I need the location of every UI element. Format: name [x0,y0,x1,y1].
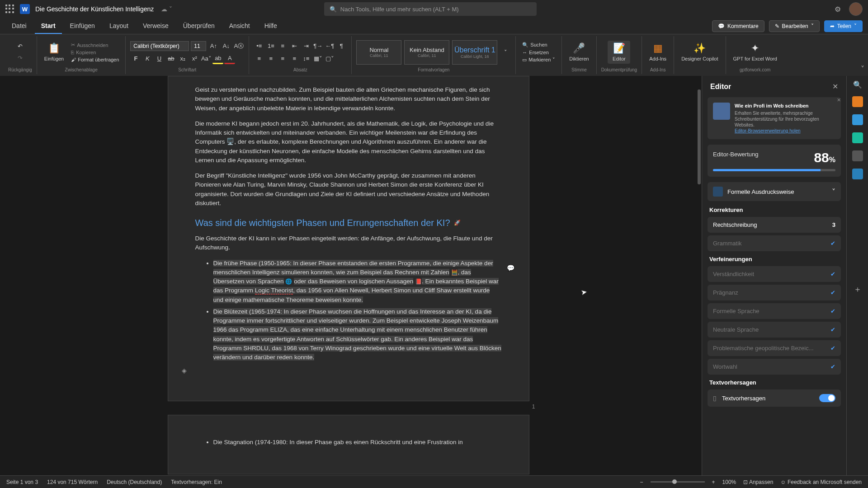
italic-button[interactable]: K [142,53,153,64]
cut-button[interactable]: ✂ Ausschneiden [69,42,110,48]
heading-phases[interactable]: Was sind die wichtigsten Phasen und Erru… [195,216,502,230]
copy-button[interactable]: ⎘ Kopieren [69,49,98,56]
edit-mode-button[interactable]: ✎ Bearbeiten ˅ [769,20,820,32]
replace-button[interactable]: ↔ Ersetzen [520,49,550,56]
align-center-button[interactable]: ≡ [265,53,276,64]
comment-indicator-icon[interactable]: 💬 [507,263,514,273]
align-right-button[interactable]: ≡ [277,53,288,64]
list-item[interactable]: Die Blütezeit (1965-1974: In dieser Phas… [213,307,502,362]
dismiss-promo-button[interactable]: ✕ [837,97,841,103]
designer-button[interactable]: ✨ Designer Copilot [679,41,721,63]
styles-more-button[interactable]: ˅ [500,47,511,58]
underline-button[interactable]: U [154,53,165,64]
select-button[interactable]: ▭ Markieren ˅ [520,56,557,63]
refinement-neutral[interactable]: Neutrale Sprache✔ [708,322,841,338]
bold-button[interactable]: F [130,53,141,64]
zoom-value[interactable]: 100% [722,479,736,485]
tab-einfuegen[interactable]: Einfügen [64,19,101,34]
justify-button[interactable]: ≡ [289,53,300,64]
settings-icon[interactable]: ⚙ [835,5,841,14]
format-painter-button[interactable]: 🖌 Format übertragen [69,56,121,63]
subscript-button[interactable]: x₂ [177,53,188,64]
numbering-button[interactable]: 1≡ [265,41,276,52]
scrollbar-thumb[interactable] [698,89,701,184]
body-text[interactable]: Die moderne KI begann jedoch erst im 20.… [195,119,502,165]
close-icon[interactable]: ✕ [832,82,838,91]
app-launcher[interactable] [5,5,14,14]
search-input[interactable]: 🔍 Nach Tools, Hilfe und mehr suchen (ALT… [324,2,537,16]
fit-button[interactable]: ⊡ Anpassen [743,479,773,485]
rail-app-1[interactable] [852,96,863,107]
find-button[interactable]: 🔍 Suchen [520,42,549,48]
tab-ansicht[interactable]: Ansicht [223,19,256,34]
profile-avatar[interactable] [849,2,863,16]
bullets-button[interactable]: •≡ [254,41,264,52]
line-spacing-button[interactable]: ↕≡ [301,53,311,64]
document-title[interactable]: Die Geschichte der Künstlichen Intellige… [35,5,154,13]
tab-verweise[interactable]: Verweise [137,19,175,34]
editor-button[interactable]: 📝 Editor [608,41,630,63]
rail-app-3[interactable] [852,132,863,143]
rail-app-5[interactable] [852,169,863,179]
writing-style-select[interactable]: Formelle Ausdrucksweise ˅ [708,182,841,201]
tab-ueberpruefen[interactable]: Überprüfen [177,19,221,34]
vertical-scrollbar[interactable] [697,76,702,475]
page-2[interactable]: Die Stagnation (1974-1980: In dieser Pha… [168,415,529,474]
document-canvas[interactable]: Geist zu verstehen und nachzubilden. Zum… [0,76,697,475]
tab-layout[interactable]: Layout [103,19,135,34]
feedback-button[interactable]: ☺ Feedback an Microsoft senden [780,479,862,485]
strike-button[interactable]: ab [165,53,176,64]
highlight-button[interactable]: ab [212,53,223,64]
rail-app-4[interactable] [852,150,863,161]
outdent-button[interactable]: ⇤ [289,41,300,52]
status-predictions[interactable]: Textvorhersagen: Ein [171,479,222,485]
clear-format-button[interactable]: Aⓧ [233,41,244,52]
shading-button[interactable]: ▦˅ [312,53,323,64]
spelling-row[interactable]: Rechtschreibung 3 [708,217,841,233]
style-normal[interactable]: Normal Calibri, 11 [356,40,401,65]
undo-button[interactable]: ↶ [14,41,25,52]
comments-button[interactable]: 💬 Kommentare [712,20,764,32]
refinement-concise[interactable]: Prägnanz✔ [708,285,841,300]
rail-add-icon[interactable]: ＋ [854,284,862,295]
refinement-clarity[interactable]: Verständlichkeit✔ [708,266,841,282]
font-size-combo[interactable]: 11 [191,41,206,51]
redo-button[interactable]: ↷ [14,53,25,64]
body-text[interactable]: Geist zu verstehen und nachzubilden. Zum… [195,85,502,113]
superscript-button[interactable]: x² [189,53,200,64]
dictate-button[interactable]: 🎤 Diktieren [566,41,591,63]
text-predictions-toggle[interactable] [819,394,835,402]
align-left-button[interactable]: ≡ [254,53,264,64]
show-marks-button[interactable]: ¶ [336,41,347,52]
body-text[interactable]: Die Geschichte der KI kann in vier Phase… [195,234,502,253]
borders-button[interactable]: ▢˅ [324,53,335,64]
rail-search-icon[interactable]: 🔍 [853,80,862,89]
share-button[interactable]: ➦ Teilen ˅ [824,20,863,32]
indent-button[interactable]: ⇥ [301,41,311,52]
gpt-button[interactable]: ✦ GPT for Excel Word [731,41,780,63]
increase-font-button[interactable]: A↑ [208,41,219,52]
style-heading1[interactable]: Überschrift 1 Calibri Light, 16 [452,40,497,65]
list-item[interactable]: Die frühe Phase (1950-1965: In dieser Ph… [213,259,502,305]
page-1[interactable]: Geist zu verstehen und nachzubilden. Zum… [168,76,529,401]
status-words[interactable]: 124 von 715 Wörtern [47,479,98,485]
list-item[interactable]: Die Stagnation (1974-1980: In dieser Pha… [213,438,502,447]
change-case-button[interactable]: Aa˅ [201,53,212,64]
status-language[interactable]: Deutsch (Deutschland) [107,479,162,485]
cloud-saved-icon[interactable]: ☁ ˅ [161,5,172,13]
grammar-row[interactable]: Grammatik ✔ [708,235,841,251]
status-page[interactable]: Seite 1 von 3 [6,479,38,485]
style-no-spacing[interactable]: Kein Abstand Calibri, 11 [404,40,449,65]
refinement-formal[interactable]: Formelle Sprache✔ [708,303,841,319]
rtl-button[interactable]: ←¶ [324,41,335,52]
multilevel-button[interactable]: ≡ [277,41,288,52]
promo-link[interactable]: Editor-Browsererweiterung holen [735,128,801,133]
zoom-out-button[interactable]: − [640,479,643,485]
tab-start[interactable]: Start [35,19,62,34]
rail-app-2[interactable] [852,114,863,125]
ribbon-collapse-button[interactable]: ˅ [861,65,864,73]
zoom-in-button[interactable]: + [712,479,715,485]
refinement-geopolitical[interactable]: Problematische geopolitische Bezeic...✔ [708,340,841,356]
decrease-font-button[interactable]: A↓ [221,41,231,52]
addins-button[interactable]: ▦ Add-Ins [646,41,669,63]
